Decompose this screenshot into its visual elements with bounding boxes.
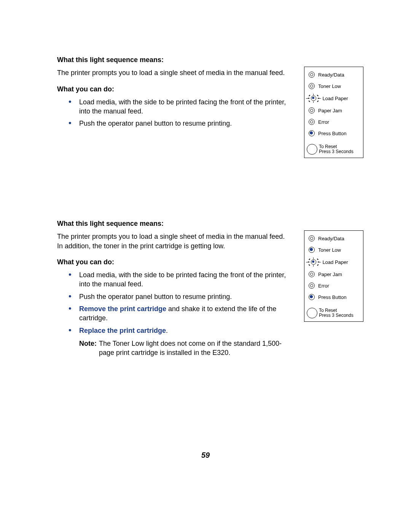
led-off-icon xyxy=(307,283,317,289)
bullet-list: Load media, with the side to be printed … xyxy=(68,97,289,128)
light-ready-data: Ready/Data xyxy=(307,235,361,241)
operator-panel-diagram: Ready/Data Toner Low – – Load Paper Pape… xyxy=(304,230,363,322)
light-load-paper: – – Load Paper xyxy=(306,258,361,266)
led-off-icon xyxy=(307,83,317,89)
light-error: Error xyxy=(307,119,361,125)
list-item: Push the operator panel button to resume… xyxy=(68,292,289,301)
note-label: Note: xyxy=(79,339,97,358)
light-ready-data: Ready/Data xyxy=(307,72,361,78)
list-item: Load media, with the side to be printed … xyxy=(68,270,289,289)
heading-light-sequence: What this light sequence means: xyxy=(57,219,289,228)
page-number: 59 xyxy=(0,451,411,460)
led-on-icon xyxy=(307,247,317,253)
reset-button-icon xyxy=(307,308,317,318)
led-off-icon xyxy=(307,235,317,241)
list-item: Replace the print cartridge. xyxy=(68,326,289,335)
light-paper-jam: Paper Jam xyxy=(307,107,361,113)
light-press-button: Press Button xyxy=(307,130,361,136)
light-toner-low: Toner Low xyxy=(307,247,361,253)
heading-light-sequence: What this light sequence means: xyxy=(57,55,289,64)
page-content: What this light sequence means: The prin… xyxy=(0,0,411,358)
description: The printer prompts you to load a single… xyxy=(57,68,289,77)
led-off-icon xyxy=(307,72,317,78)
operator-panel-diagram: Ready/Data Toner Low – – Load Paper Pape… xyxy=(304,67,363,158)
reset-button-icon xyxy=(307,144,317,155)
reset-button-diagram: To Reset Press 3 Seconds xyxy=(307,144,361,155)
led-off-icon xyxy=(307,107,317,113)
list-item: Push the operator panel button to resume… xyxy=(68,119,289,128)
replace-print-cartridge-link[interactable]: Replace the print cartridge xyxy=(79,327,166,334)
bullet-list: Load media, with the side to be printed … xyxy=(68,270,289,335)
list-item: Load media, with the side to be printed … xyxy=(68,97,289,116)
light-load-paper: – – Load Paper xyxy=(306,94,361,102)
led-off-icon xyxy=(307,271,317,277)
led-off-icon xyxy=(307,119,317,125)
reset-button-diagram: To Reset Press 3 Seconds xyxy=(307,308,361,318)
note: Note: The Toner Low light does not come … xyxy=(79,339,289,358)
light-toner-low: Toner Low xyxy=(307,83,361,89)
heading-what-you-can-do: What you can do: xyxy=(57,257,289,267)
light-error: Error xyxy=(307,283,361,289)
led-on-icon xyxy=(307,294,317,300)
remove-print-cartridge-link[interactable]: Remove the print cartridge xyxy=(79,305,166,313)
list-item: Remove the print cartridge and shake it … xyxy=(68,304,289,323)
description: The printer prompts you to load a single… xyxy=(57,232,289,251)
note-text: The Toner Low light does not come on if … xyxy=(99,339,289,358)
heading-what-you-can-do: What you can do: xyxy=(57,85,289,94)
led-blink-icon xyxy=(309,258,319,266)
text-column-2: What this light sequence means: The prin… xyxy=(57,219,304,358)
light-paper-jam: Paper Jam xyxy=(307,271,361,277)
section-1: What this light sequence means: The prin… xyxy=(57,55,363,158)
section-2: What this light sequence means: The prin… xyxy=(57,219,363,358)
led-blink-icon xyxy=(309,94,319,102)
light-press-button: Press Button xyxy=(307,294,361,300)
text-column-1: What this light sequence means: The prin… xyxy=(57,55,304,131)
led-on-icon xyxy=(307,130,317,136)
